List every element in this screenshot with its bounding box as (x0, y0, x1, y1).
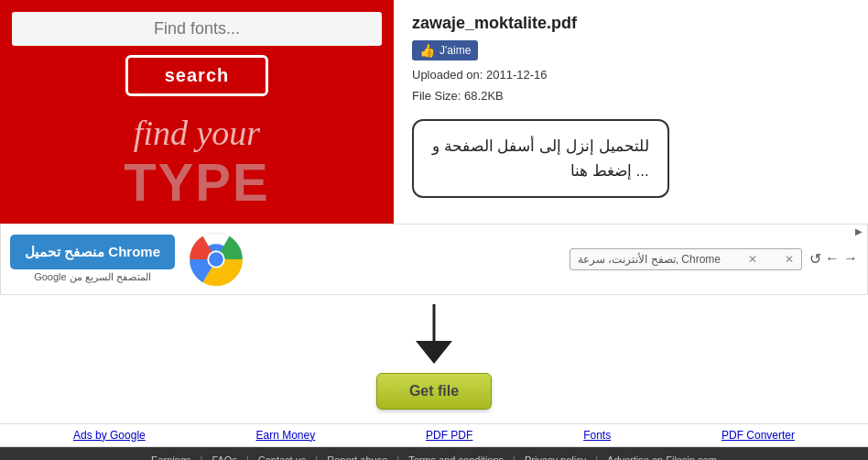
ad-banner: ▶ Chrome منصفح تحميل المتصفح السريع من G… (0, 224, 868, 295)
svg-marker-7 (416, 341, 452, 364)
arrow-container (397, 300, 471, 373)
like-button[interactable]: 👍 J'aime (412, 40, 478, 60)
filesize-value: 68.2KB (464, 89, 504, 103)
ad-label: ▶ (855, 226, 863, 236)
arrow-down-icon (397, 300, 471, 373)
like-label: J'aime (439, 44, 471, 57)
pdf-link[interactable]: PDF PDF (426, 429, 472, 442)
uploaded-label: Uploaded on: (412, 68, 483, 82)
back-icon[interactable]: ← (825, 250, 840, 268)
center-content: Get file (0, 295, 868, 419)
footer-faqs[interactable]: FAQs (207, 455, 242, 460)
filesize-info: File Size: 68.2KB (412, 89, 850, 103)
content-row: search find your TYPE zawaje_moktalite.p… (0, 0, 868, 224)
undo-icon[interactable]: ↺ (809, 250, 821, 268)
page-wrapper: search find your TYPE zawaje_moktalite.p… (0, 0, 868, 460)
ad-right-section: ✕ ✕ Chrome ,تصفح الأنترنت، سرعة ↺ ← → (257, 248, 858, 270)
chrome-download-button[interactable]: Chrome منصفح تحميل (10, 235, 175, 269)
search-button[interactable]: search (125, 55, 269, 96)
file-title: zawaje_moktalite.pdf (412, 14, 850, 33)
pdf-converter-link[interactable]: PDF Converter (722, 429, 795, 442)
nav-arrows: ↺ ← → (809, 250, 858, 268)
browser-text: Chrome ,تصفح الأنترنت، سرعة (578, 253, 721, 266)
footer-contact[interactable]: Contact us (254, 455, 311, 460)
footer-earnings[interactable]: Earnings (146, 455, 195, 460)
tooltip-container: للتحميل إنزل إلى أسفل الصفحة و ... إضغط … (412, 119, 850, 198)
earn-money-link[interactable]: Earn Money (256, 429, 316, 442)
forward-icon[interactable]: → (843, 250, 858, 268)
footer-terms[interactable]: Terms and conditions (404, 455, 508, 460)
uploaded-date: 2011-12-16 (486, 68, 548, 82)
filesize-label: File Size: (412, 89, 461, 103)
footer-privacy[interactable]: Privacy policy (520, 455, 591, 460)
footer-links: Earnings | FAQs | Contact us | Report ab… (7, 455, 861, 460)
chrome-logo-icon (189, 232, 244, 287)
google-sub-text: المتصفح السريع من Google (34, 271, 151, 283)
footer: Earnings | FAQs | Contact us | Report ab… (0, 447, 868, 460)
ads-by-google-link[interactable]: Ads by Google (73, 429, 146, 442)
footer-advertise[interactable]: Advertise on Filesin.com (602, 455, 722, 460)
browser-mock: ✕ ✕ Chrome ,تصفح الأنترنت، سرعة (570, 248, 802, 270)
left-panel: search find your TYPE (0, 0, 394, 224)
google-branding: Chrome منصفح تحميل المتصفح السريع من Goo… (10, 235, 175, 283)
fonts-link[interactable]: Fonts (583, 429, 611, 442)
find-fonts-input[interactable] (12, 12, 382, 46)
right-panel: zawaje_moktalite.pdf 👍 J'aime Uploaded o… (394, 0, 868, 224)
thumb-icon: 👍 (419, 43, 435, 58)
upload-info: Uploaded on: 2011-12-16 (412, 68, 850, 82)
type-label: TYPE (124, 153, 270, 212)
find-your-label: find your (124, 115, 270, 153)
footer-report[interactable]: Report abuse (322, 455, 392, 460)
tooltip-line1: للتحميل إنزل إلى أسفل الصفحة و (432, 137, 649, 155)
close-tab-1-icon[interactable]: ✕ (785, 253, 794, 266)
get-file-button[interactable]: Get file (376, 373, 492, 410)
find-your-type: find your TYPE (124, 115, 270, 212)
ads-row: Ads by Google Earn Money PDF PDF Fonts P… (0, 423, 868, 447)
svg-point-5 (209, 252, 223, 267)
close-tab-2-icon[interactable]: ✕ (748, 253, 757, 266)
speech-bubble: للتحميل إنزل إلى أسفل الصفحة و ... إضغط … (412, 119, 669, 198)
tooltip-line2: ... إضغط هنا (570, 162, 649, 180)
